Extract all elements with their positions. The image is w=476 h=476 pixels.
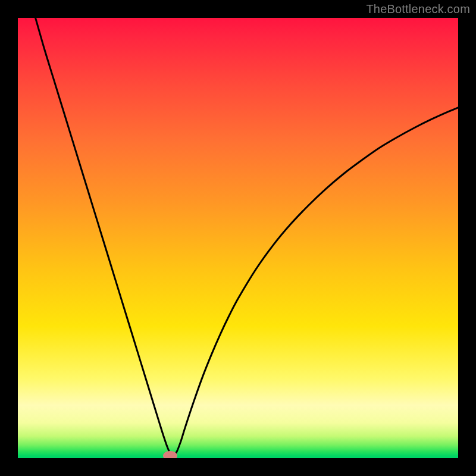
plot-area	[18, 18, 458, 458]
chart-frame: TheBottleneck.com	[0, 0, 476, 476]
bottleneck-curve	[36, 18, 458, 456]
watermark-text: TheBottleneck.com	[366, 2, 470, 16]
curve-layer	[18, 18, 458, 458]
optimal-point-marker	[163, 451, 177, 458]
